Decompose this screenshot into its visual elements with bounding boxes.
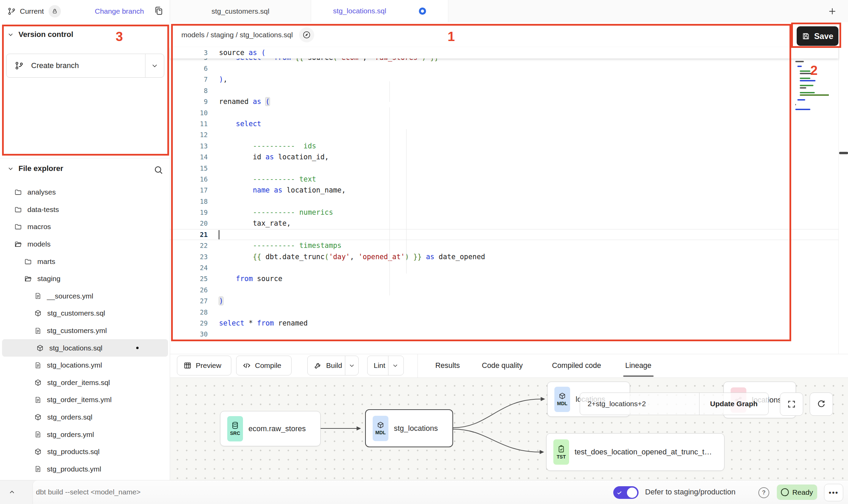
code-line-23[interactable]: 23{{ dbt.date_trunc('day', 'opened_at') … bbox=[170, 251, 838, 262]
clipped-code-line-5[interactable]: 5select * from {{ source('ecom', 'raw_st… bbox=[170, 58, 838, 63]
build-menu-button[interactable] bbox=[345, 356, 358, 375]
code-line-27[interactable]: 27) bbox=[170, 295, 838, 306]
tab-results[interactable]: Results bbox=[435, 354, 460, 377]
code-text: name as location_name, bbox=[219, 185, 346, 196]
code-line-25[interactable]: 25from source bbox=[170, 273, 838, 284]
code-line-15[interactable]: 15 bbox=[170, 163, 838, 174]
code-line-22[interactable]: 22---------- timestamps bbox=[170, 240, 838, 251]
compile-button[interactable]: Compile bbox=[236, 356, 292, 375]
copilot-compass-button[interactable] bbox=[299, 27, 314, 42]
search-icon[interactable] bbox=[153, 165, 164, 175]
code-line-5[interactable]: 5select * from {{ source('ecom', 'raw_st… bbox=[170, 58, 838, 63]
tab-lineage[interactable]: Lineage bbox=[625, 354, 652, 377]
code-line-13[interactable]: 13---------- ids bbox=[170, 141, 838, 151]
file-row-stg-locations-sql[interactable]: stg_locations.sql bbox=[2, 339, 168, 357]
collapse-panel-button[interactable] bbox=[7, 487, 17, 498]
preview-button[interactable]: Preview bbox=[177, 356, 231, 375]
change-branch-link[interactable]: Change branch bbox=[95, 0, 144, 22]
create-branch-button[interactable]: Create branch bbox=[6, 54, 164, 78]
tab-stg-locations[interactable]: stg_locations.sql bbox=[311, 0, 448, 22]
file-row-stg-order-items-yml[interactable]: stg_order_items.yml bbox=[0, 391, 170, 409]
editor-minimap[interactable] bbox=[795, 51, 829, 115]
code-text: id as location_id, bbox=[219, 151, 329, 162]
line-number: 27 bbox=[170, 295, 208, 306]
check-icon bbox=[617, 490, 622, 495]
minimap-line bbox=[800, 78, 811, 79]
code-text: renamed as ( bbox=[219, 96, 270, 107]
file-row-marts[interactable]: marts bbox=[0, 253, 170, 270]
code-line-11[interactable]: 11select bbox=[170, 118, 838, 129]
file-row-stg-order-items-sql[interactable]: stg_order_items.sql bbox=[0, 374, 170, 392]
indent-guide bbox=[406, 129, 407, 274]
lineage-node-src[interactable]: SRCecom.raw_stores bbox=[220, 411, 321, 446]
tab-code-quality[interactable]: Code quality bbox=[482, 354, 523, 377]
file-explorer-header[interactable]: File explorer bbox=[8, 164, 63, 173]
file-label: stg_order_items.yml bbox=[47, 396, 112, 404]
lineage-fullscreen-button[interactable] bbox=[780, 393, 803, 416]
file-row-data-tests[interactable]: data-tests bbox=[0, 201, 170, 218]
lint-menu-button[interactable] bbox=[388, 356, 402, 375]
file-row-models[interactable]: models bbox=[0, 236, 170, 253]
file-label: stg_customers.sql bbox=[47, 309, 105, 317]
file-row-stg-orders-sql[interactable]: stg_orders.sql bbox=[0, 409, 170, 426]
panel-resize-handle[interactable] bbox=[839, 152, 848, 154]
code-line-20[interactable]: 20tax_rate, bbox=[170, 218, 838, 229]
tab-compiled-code[interactable]: Compiled code bbox=[552, 354, 601, 377]
lint-button[interactable]: Lint bbox=[367, 356, 404, 375]
code-line-14[interactable]: 14id as location_id, bbox=[170, 151, 838, 162]
code-line-8[interactable]: 8 bbox=[170, 85, 838, 96]
defer-toggle[interactable] bbox=[613, 486, 639, 499]
table-icon bbox=[183, 361, 192, 370]
code-line-30[interactable]: 30 bbox=[170, 329, 838, 340]
create-branch-menu-button[interactable] bbox=[145, 62, 164, 69]
help-icon[interactable]: ? bbox=[758, 487, 769, 498]
file-row--sources-yml[interactable]: __sources.yml bbox=[0, 288, 170, 305]
code-line-6[interactable]: 6 bbox=[170, 63, 838, 74]
lock-icon bbox=[52, 9, 57, 14]
more-options-button[interactable]: ••• bbox=[824, 484, 843, 501]
code-line-12[interactable]: 12 bbox=[170, 129, 838, 140]
build-button[interactable]: Build bbox=[307, 356, 359, 375]
code-area[interactable]: 5select * from {{ source('ecom', 'raw_st… bbox=[170, 58, 838, 354]
file-row-macros[interactable]: macros bbox=[0, 218, 170, 236]
file-row-stg-products-yml[interactable]: stg_products.yml bbox=[0, 461, 170, 478]
command-input[interactable]: dbt build --select <model_name> bbox=[36, 480, 141, 504]
file-row-stg-locations-yml[interactable]: stg_locations.yml bbox=[0, 357, 170, 374]
code-line-16[interactable]: 16---------- text bbox=[170, 174, 838, 185]
lineage-selector-input[interactable]: 2+stg_locations+2 bbox=[580, 393, 699, 415]
code-line-29[interactable]: 29select * from renamed bbox=[170, 318, 838, 329]
save-button[interactable]: Save bbox=[797, 26, 838, 46]
update-graph-button[interactable]: Update Graph bbox=[699, 393, 768, 415]
file-row-stg-orders-yml[interactable]: stg_orders.yml bbox=[0, 426, 170, 443]
line-number: 13 bbox=[170, 141, 208, 151]
code-line-24[interactable]: 24 bbox=[170, 262, 838, 273]
code-line-26[interactable]: 26 bbox=[170, 284, 838, 295]
tab-stg-customers[interactable]: stg_customers.sql bbox=[170, 0, 311, 22]
code-line-18[interactable]: 18 bbox=[170, 196, 838, 207]
file-label: stg_products.yml bbox=[47, 465, 101, 473]
code-line-7[interactable]: 7), bbox=[170, 74, 838, 85]
code-line-9[interactable]: 9renamed as ( bbox=[170, 96, 838, 107]
code-line-10[interactable]: 10 bbox=[170, 107, 838, 118]
file-label: staging bbox=[37, 275, 61, 283]
code-line-19[interactable]: 19---------- numerics bbox=[170, 207, 838, 218]
code-line-28[interactable]: 28 bbox=[170, 307, 838, 318]
code-line-17[interactable]: 17name as location_name, bbox=[170, 185, 838, 196]
file-row-stg-products-sql[interactable]: stg_products.sql bbox=[0, 443, 170, 461]
lineage-node-stg[interactable]: MDLstg_locations bbox=[365, 409, 453, 447]
file-row-stg-customers-yml[interactable]: stg_customers.yml bbox=[0, 322, 170, 340]
lineage-refresh-button[interactable] bbox=[810, 393, 833, 416]
code-text: select bbox=[219, 118, 261, 129]
new-tab-button[interactable] bbox=[826, 5, 838, 17]
file-row-stg-customers-sql[interactable]: stg_customers.sql bbox=[0, 305, 170, 322]
line-number: 14 bbox=[170, 151, 208, 162]
copy-icon[interactable] bbox=[154, 6, 164, 16]
lineage-panel[interactable]: SRCecom.raw_storesMDLstg_locationsMDLloc… bbox=[170, 377, 848, 480]
file-row-analyses[interactable]: analyses bbox=[0, 184, 170, 201]
lineage-node-tst[interactable]: TSTtest_does_location_opened_at_trunc_t… bbox=[546, 433, 724, 471]
version-control-header[interactable]: Version control bbox=[8, 30, 73, 39]
status-badge[interactable]: Ready bbox=[777, 485, 817, 500]
line-number: 5 bbox=[170, 58, 208, 63]
file-row-staging[interactable]: staging bbox=[0, 270, 170, 288]
code-line-21[interactable]: 21 bbox=[170, 229, 838, 240]
